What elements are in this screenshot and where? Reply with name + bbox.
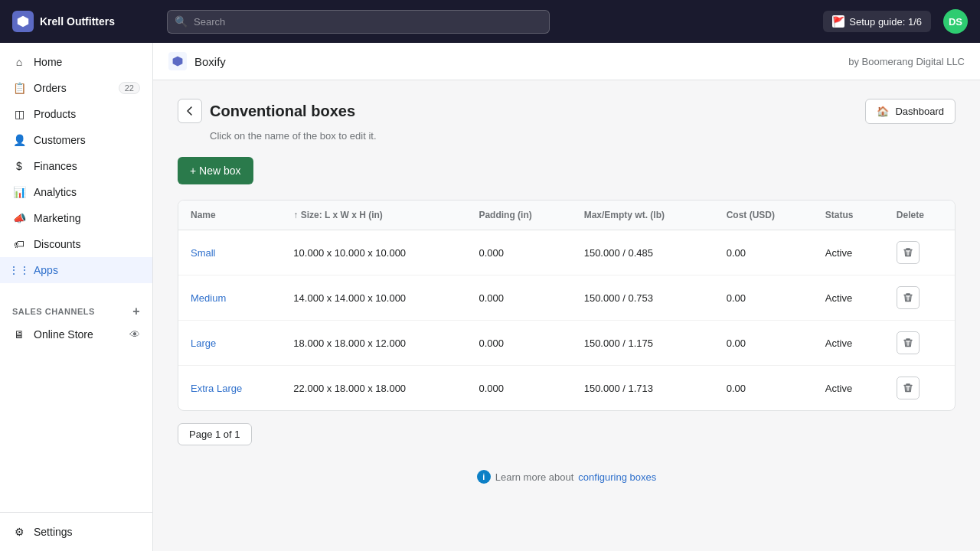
- page-title-area: Conventional boxes: [178, 99, 355, 123]
- brand: Krell Outfitters: [12, 11, 158, 32]
- sidebar-item-marketing[interactable]: 📣Marketing: [0, 205, 152, 231]
- analytics-icon: 📊: [12, 185, 26, 199]
- sidebar-label-products: Products: [34, 108, 76, 120]
- cell-max_empty_wt: 150.000 / 0.485: [572, 230, 714, 276]
- sidebar-label-customers: Customers: [34, 134, 86, 146]
- cell-cost: 0.00: [714, 276, 813, 321]
- brand-icon: [12, 11, 34, 32]
- setup-guide-button[interactable]: 🚩 Setup guide: 1/6: [823, 11, 931, 32]
- badge-orders: 22: [119, 82, 140, 94]
- page-content: Conventional boxes 🏠 Dashboard Click on …: [153, 80, 980, 502]
- col-header-padding: Padding (in): [466, 201, 571, 230]
- cell-cost: 0.00: [714, 321, 813, 366]
- sidebar-label-discounts: Discounts: [34, 238, 80, 250]
- footer-text: Learn more about: [495, 471, 574, 483]
- customers-icon: 👤: [12, 133, 26, 147]
- flag-icon: 🚩: [832, 15, 844, 28]
- sidebar-item-settings[interactable]: ⚙ Settings: [0, 519, 152, 545]
- col-header-weight: Max/Empty wt. (lb): [572, 201, 714, 230]
- sidebar-item-home[interactable]: ⌂Home: [0, 49, 152, 75]
- cell-size: 18.000 x 18.000 x 12.000: [281, 321, 466, 366]
- info-icon: i: [477, 470, 491, 484]
- table-row: Small10.000 x 10.000 x 10.0000.000150.00…: [178, 230, 955, 276]
- sidebar-label-apps: Apps: [34, 264, 58, 276]
- add-sales-channel-button[interactable]: +: [132, 305, 140, 318]
- page-title: Conventional boxes: [210, 103, 355, 120]
- cell-cost: 0.00: [714, 230, 813, 276]
- sidebar-label-home: Home: [34, 56, 62, 68]
- dashboard-icon: 🏠: [877, 106, 889, 117]
- sidebar-item-orders[interactable]: 📋Orders22: [0, 75, 152, 101]
- back-button[interactable]: [178, 99, 202, 123]
- delete-button[interactable]: [897, 331, 920, 354]
- products-icon: ◫: [12, 107, 26, 121]
- search-icon: 🔍: [175, 15, 188, 28]
- setup-guide-label: Setup guide: 1/6: [849, 16, 922, 28]
- online-store-label: Online Store: [34, 328, 93, 341]
- page-header: Conventional boxes 🏠 Dashboard: [178, 99, 956, 124]
- cell-status: Active: [813, 230, 884, 276]
- col-header-size[interactable]: ↑ Size: L x W x H (in): [281, 201, 466, 230]
- boxify-icon: [168, 52, 187, 70]
- app-by-label: by Boomerang Digital LLC: [848, 56, 965, 67]
- topbar-right: 🚩 Setup guide: 1/6 DS: [823, 9, 968, 34]
- delete-button[interactable]: [897, 286, 920, 309]
- table-row: Medium14.000 x 14.000 x 10.0000.000150.0…: [178, 276, 955, 321]
- online-store-icon: 🖥: [12, 328, 26, 341]
- cell-size: 22.000 x 18.000 x 18.000: [281, 366, 466, 411]
- sidebar-item-finances[interactable]: $Finances: [0, 153, 152, 179]
- cell-size: 14.000 x 14.000 x 10.000: [281, 276, 466, 321]
- app-name: Boxify: [194, 55, 226, 68]
- table-row: Large18.000 x 18.000 x 12.0000.000150.00…: [178, 321, 955, 366]
- sidebar-label-marketing: Marketing: [34, 212, 80, 224]
- cell-padding: 0.000: [466, 276, 571, 321]
- table-row: Extra Large22.000 x 18.000 x 18.0000.000…: [178, 366, 955, 411]
- apps-icon: ⋮⋮: [12, 263, 26, 277]
- box-name-link[interactable]: Small: [191, 247, 216, 259]
- sidebar-item-discounts[interactable]: 🏷Discounts: [0, 231, 152, 257]
- sidebar: ⌂Home📋Orders22◫Products👤Customers$Financ…: [0, 43, 153, 551]
- pagination: Page 1 of 1: [178, 423, 956, 445]
- settings-label: Settings: [34, 526, 73, 538]
- delete-button[interactable]: [897, 241, 920, 264]
- settings-icon: ⚙: [12, 525, 26, 539]
- page-subtitle: Click on the name of the box to edit it.: [210, 130, 956, 142]
- app-header-left: Boxify: [168, 52, 226, 70]
- sidebar-label-analytics: Analytics: [34, 186, 77, 198]
- delete-button[interactable]: [897, 377, 920, 399]
- sidebar-item-analytics[interactable]: 📊Analytics: [0, 179, 152, 205]
- box-name-link[interactable]: Large: [191, 337, 216, 349]
- cell-padding: 0.000: [466, 366, 571, 411]
- cell-max_empty_wt: 150.000 / 1.713: [572, 366, 714, 411]
- sidebar-item-products[interactable]: ◫Products: [0, 101, 152, 127]
- new-box-button[interactable]: + New box: [178, 157, 253, 184]
- sidebar-label-finances: Finances: [34, 160, 77, 172]
- search-input[interactable]: [167, 10, 550, 34]
- cell-size: 10.000 x 10.000 x 10.000: [281, 230, 466, 276]
- content-area: Boxify by Boomerang Digital LLC Conventi…: [153, 43, 980, 551]
- dashboard-button[interactable]: 🏠 Dashboard: [865, 99, 956, 124]
- sidebar-item-customers[interactable]: 👤Customers: [0, 127, 152, 153]
- eye-icon[interactable]: 👁: [129, 328, 140, 341]
- cell-status: Active: [813, 321, 884, 366]
- avatar[interactable]: DS: [943, 9, 968, 34]
- cell-cost: 0.00: [714, 366, 813, 411]
- topbar: Krell Outfitters 🔍 🚩 Setup guide: 1/6 DS: [0, 0, 980, 43]
- boxes-table: Name ↑ Size: L x W x H (in) Padding (in)…: [178, 201, 955, 410]
- cell-status: Active: [813, 366, 884, 411]
- configuring-boxes-link[interactable]: configuring boxes: [578, 471, 656, 483]
- brand-name: Krell Outfitters: [40, 15, 115, 28]
- cell-max_empty_wt: 150.000 / 1.175: [572, 321, 714, 366]
- col-header-delete: Delete: [884, 201, 955, 230]
- cell-padding: 0.000: [466, 230, 571, 276]
- sidebar-label-orders: Orders: [34, 82, 67, 94]
- sidebar-item-online-store[interactable]: 🖥 Online Store 👁: [0, 321, 152, 347]
- table-header-row: Name ↑ Size: L x W x H (in) Padding (in)…: [178, 201, 955, 230]
- box-name-link[interactable]: Medium: [191, 292, 226, 304]
- sales-channels-label: Sales channels +: [0, 295, 152, 321]
- col-header-status: Status: [813, 201, 884, 230]
- col-header-name: Name: [178, 201, 281, 230]
- box-name-link[interactable]: Extra Large: [191, 383, 242, 394]
- page-label: Page 1 of 1: [178, 423, 252, 445]
- sidebar-item-apps[interactable]: ⋮⋮Apps: [0, 257, 152, 283]
